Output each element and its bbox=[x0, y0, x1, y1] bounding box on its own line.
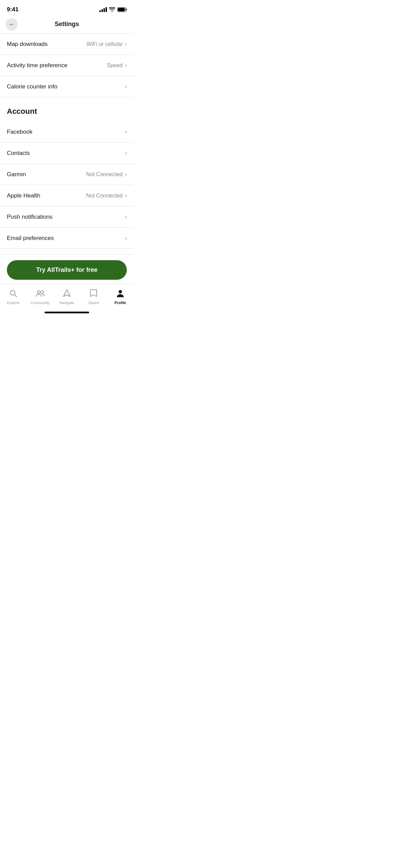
svg-point-5 bbox=[37, 291, 40, 293]
svg-marker-7 bbox=[63, 290, 70, 297]
explore-icon bbox=[9, 289, 18, 299]
activity-time-value: Speed › bbox=[107, 62, 127, 69]
calorie-counter-label: Calorie counter info bbox=[7, 83, 57, 90]
activity-time-row[interactable]: Activity time preference Speed › bbox=[0, 55, 134, 76]
alltrails-plus-button[interactable]: Try AllTrails+ for free bbox=[7, 260, 127, 280]
push-notifications-row[interactable]: Push notifications › bbox=[0, 206, 134, 227]
back-arrow-icon: ← bbox=[9, 21, 15, 27]
profile-label: Profile bbox=[114, 301, 126, 305]
svg-point-8 bbox=[119, 290, 122, 293]
explore-label: Explore bbox=[7, 301, 20, 305]
activity-time-label: Activity time preference bbox=[7, 62, 68, 69]
chevron-icon: › bbox=[125, 83, 127, 90]
chevron-icon: › bbox=[125, 128, 127, 135]
chevron-icon: › bbox=[125, 40, 127, 48]
email-preferences-row[interactable]: Email preferences › bbox=[0, 228, 134, 249]
calorie-counter-row[interactable]: Calorie counter info › bbox=[0, 76, 134, 97]
map-downloads-label: Map downloads bbox=[7, 41, 48, 48]
facebook-label: Facebook bbox=[7, 129, 33, 135]
apple-health-value: Not Connected › bbox=[86, 192, 127, 199]
community-icon bbox=[35, 289, 45, 299]
svg-point-6 bbox=[41, 291, 44, 293]
chevron-icon: › bbox=[125, 62, 127, 69]
back-button[interactable]: ← bbox=[5, 18, 18, 31]
nav-item-saved[interactable]: Saved bbox=[80, 288, 107, 306]
saved-label: Saved bbox=[88, 301, 99, 305]
nav-item-explore[interactable]: Explore bbox=[0, 288, 27, 306]
status-time: 9:41 bbox=[7, 6, 19, 13]
svg-rect-2 bbox=[118, 8, 125, 11]
email-preferences-label: Email preferences bbox=[7, 235, 54, 242]
battery-icon bbox=[117, 7, 127, 12]
wifi-icon bbox=[109, 7, 115, 12]
account-title: Account bbox=[7, 107, 37, 116]
svg-rect-1 bbox=[126, 9, 127, 11]
nav-item-community[interactable]: Community bbox=[27, 288, 53, 306]
facebook-row[interactable]: Facebook › bbox=[0, 121, 134, 142]
status-icons bbox=[99, 7, 127, 12]
map-downloads-value: WiFi or cellular › bbox=[86, 40, 127, 48]
navigate-icon bbox=[63, 289, 71, 299]
saved-icon bbox=[90, 289, 97, 299]
signal-icon bbox=[99, 7, 107, 12]
cta-container: Try AllTrails+ for free bbox=[0, 254, 134, 284]
contacts-row[interactable]: Contacts › bbox=[0, 143, 134, 164]
account-section-header: Account bbox=[0, 97, 134, 121]
svg-line-4 bbox=[14, 294, 17, 297]
page-title: Settings bbox=[54, 21, 79, 28]
status-bar: 9:41 bbox=[0, 0, 134, 17]
nav-item-profile[interactable]: Profile bbox=[107, 288, 134, 306]
garmin-label: Garmin bbox=[7, 171, 26, 178]
contacts-label: Contacts bbox=[7, 150, 30, 157]
nav-item-navigate[interactable]: Navigate bbox=[53, 288, 80, 306]
chevron-icon: › bbox=[125, 171, 127, 178]
navigate-label: Navigate bbox=[59, 301, 74, 305]
garmin-row[interactable]: Garmin Not Connected › bbox=[0, 164, 134, 185]
bottom-nav: Explore Community Navigate Saved bbox=[0, 284, 134, 309]
map-downloads-row[interactable]: Map downloads WiFi or cellular › bbox=[0, 34, 134, 55]
profile-icon bbox=[116, 289, 124, 299]
home-indicator bbox=[45, 312, 89, 313]
chevron-icon: › bbox=[125, 213, 127, 220]
apple-health-label: Apple Health bbox=[7, 192, 40, 199]
chevron-icon: › bbox=[125, 234, 127, 242]
push-notifications-label: Push notifications bbox=[7, 214, 52, 220]
header: ← Settings bbox=[0, 17, 134, 33]
chevron-icon: › bbox=[125, 192, 127, 199]
settings-list: Map downloads WiFi or cellular › Activit… bbox=[0, 34, 134, 249]
garmin-value: Not Connected › bbox=[86, 171, 127, 178]
chevron-icon: › bbox=[125, 149, 127, 157]
community-label: Community bbox=[31, 301, 50, 305]
calorie-counter-value: › bbox=[125, 83, 127, 90]
apple-health-row[interactable]: Apple Health Not Connected › bbox=[0, 185, 134, 206]
